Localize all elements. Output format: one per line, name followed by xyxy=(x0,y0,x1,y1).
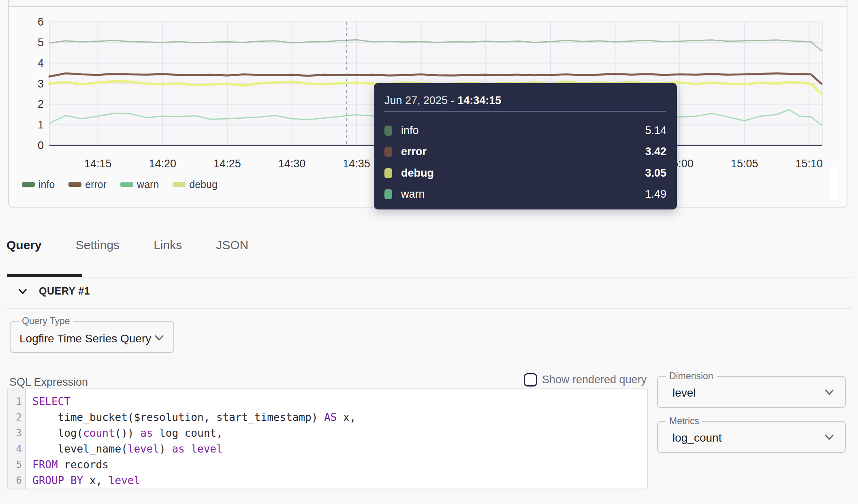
x-tick-label: 14:35 xyxy=(343,158,370,170)
tab-query[interactable]: Query xyxy=(6,238,42,255)
tooltip-row-info: info 5.14 xyxy=(384,124,666,137)
active-tab-indicator xyxy=(7,274,82,277)
chevron-down-icon xyxy=(153,334,165,342)
dimension-value: level xyxy=(672,387,696,399)
y-tick-label: 5 xyxy=(15,36,44,49)
x-tick-label: 14:30 xyxy=(278,158,306,170)
line-number: 1 xyxy=(8,394,22,410)
scrollbar-thumb[interactable] xyxy=(829,167,838,200)
info-swatch xyxy=(384,126,392,136)
y-tick-label: 0 xyxy=(15,139,44,152)
legend-item-info[interactable]: info xyxy=(22,179,55,190)
show-rendered-query-control: Show rendered query xyxy=(524,373,647,387)
legend-label: debug xyxy=(189,179,218,190)
query-type-value: Logfire Time Series Query xyxy=(19,332,151,345)
y-tick-label: 1 xyxy=(15,119,44,131)
tooltip-timestamp: Jun 27, 2025 - 14:34:15 xyxy=(384,94,501,107)
line-number: 2 xyxy=(8,410,22,425)
y-tick-label: 3 xyxy=(15,77,44,90)
legend-label: error xyxy=(85,179,107,190)
tab-divider xyxy=(6,277,852,278)
y-tick-label: 6 xyxy=(15,16,44,28)
query-section-toggle[interactable]: QUERY #1 xyxy=(17,285,90,297)
tooltip-series-label: debug xyxy=(401,167,434,179)
tooltip-row-error: error 3.42 xyxy=(384,145,666,158)
show-rendered-query-checkbox[interactable] xyxy=(524,373,537,387)
chevron-down-icon xyxy=(17,286,28,297)
chevron-down-icon xyxy=(823,388,835,396)
sql-code-editor[interactable]: 123456 SELECT time_bucket($resolution, s… xyxy=(7,389,648,489)
panel-edge-stub-left xyxy=(8,0,9,6)
x-tick-label: 14:15 xyxy=(84,158,112,170)
tooltip-series-label: info xyxy=(401,124,419,137)
line-number: 3 xyxy=(8,425,22,441)
tooltip-series-label: warn xyxy=(401,188,425,201)
tooltip-series-value: 3.42 xyxy=(645,145,666,158)
x-tick-label: 14:20 xyxy=(149,158,177,170)
tab-settings[interactable]: Settings xyxy=(76,238,120,255)
screen: 0123456 14:1514:2014:2514:3014:3514:4014… xyxy=(0,0,858,504)
line-number-gutter: 123456 xyxy=(8,389,26,489)
panel-edge-stub-right xyxy=(847,0,847,6)
sql-code[interactable]: SELECT time_bucket($resolution, start_ti… xyxy=(26,389,647,489)
debug-swatch xyxy=(173,182,186,187)
tooltip-series-value: 1.49 xyxy=(645,188,666,201)
section-divider xyxy=(6,308,852,309)
show-rendered-query-label: Show rendered query xyxy=(542,374,647,386)
legend-item-error[interactable]: error xyxy=(68,179,107,190)
metrics-value: log_count xyxy=(672,431,721,444)
series-line-info xyxy=(49,40,822,51)
tooltip-divider xyxy=(384,111,666,112)
line-number: 4 xyxy=(8,441,22,457)
sql-expression-label: SQL Expression xyxy=(9,376,88,389)
warn-swatch xyxy=(384,189,392,199)
legend-label: warn xyxy=(137,179,159,190)
tooltip-series-value: 3.05 xyxy=(645,167,666,179)
code-line: GROUP BY x, level xyxy=(32,473,647,489)
tooltip-series-value: 5.14 xyxy=(645,124,666,137)
code-line: time_bucket($resolution, start_timestamp… xyxy=(32,410,647,425)
y-tick-label: 4 xyxy=(15,57,44,69)
chart-legend: info error warn debug xyxy=(22,179,218,190)
warn-swatch xyxy=(120,182,133,187)
code-line: SELECT xyxy=(32,394,647,410)
tooltip-row-debug: debug 3.05 xyxy=(384,166,666,180)
tooltip-series-label: error xyxy=(401,145,427,158)
metrics-label: Metrics xyxy=(666,416,702,427)
code-line: FROM records xyxy=(32,457,647,473)
tab-bar: Query Settings Links JSON xyxy=(6,238,248,255)
code-line: level_name(level) as level xyxy=(32,441,647,457)
error-swatch xyxy=(384,147,392,157)
info-swatch xyxy=(22,182,35,187)
line-number: 5 xyxy=(8,457,22,473)
legend-item-debug[interactable]: debug xyxy=(173,179,218,190)
tab-links[interactable]: Links xyxy=(154,238,182,255)
debug-swatch xyxy=(384,168,392,178)
dimension-label: Dimension xyxy=(666,371,717,382)
code-line: log(count()) as log_count, xyxy=(32,425,647,441)
x-tick-label: 14:25 xyxy=(213,158,241,170)
tooltip-row-warn: warn 1.49 xyxy=(384,187,666,201)
query-section-title: QUERY #1 xyxy=(39,285,90,297)
legend-item-warn[interactable]: warn xyxy=(120,179,159,190)
error-swatch xyxy=(68,182,81,187)
line-number: 6 xyxy=(8,473,22,489)
chart-tooltip: Jun 27, 2025 - 14:34:15 info 5.14 error … xyxy=(374,83,677,209)
legend-label: info xyxy=(38,179,55,190)
x-tick-label: 15:05 xyxy=(731,158,758,170)
tab-json[interactable]: JSON xyxy=(216,238,248,255)
query-type-label: Query Type xyxy=(19,316,73,327)
x-tick-label: 15:10 xyxy=(796,158,823,170)
y-tick-label: 2 xyxy=(15,98,44,111)
chevron-down-icon xyxy=(823,433,835,441)
